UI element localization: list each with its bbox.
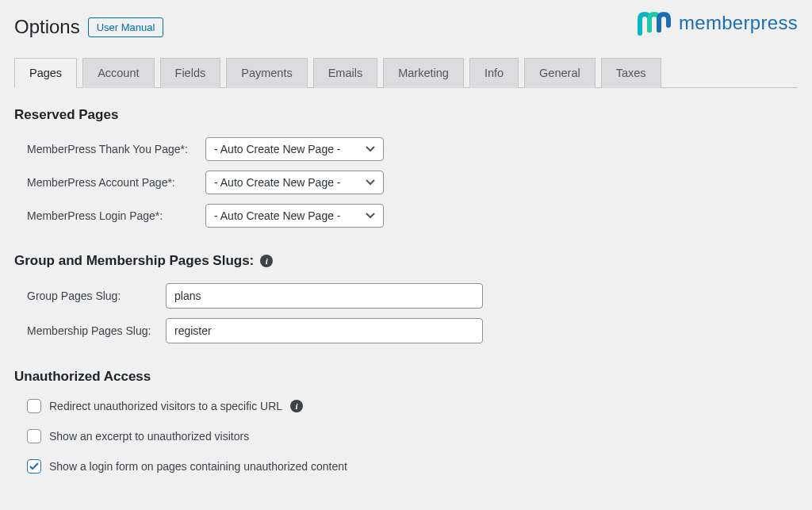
membership-slug-label: Membership Pages Slug: <box>27 324 166 337</box>
thank-you-page-label: MemberPress Thank You Page*: <box>27 143 205 155</box>
tab-taxes[interactable]: Taxes <box>601 58 661 88</box>
tab-payments[interactable]: Payments <box>226 58 307 88</box>
redirect-unauthorized-checkbox[interactable] <box>27 399 41 413</box>
reserved-pages-heading: Reserved Pages <box>14 107 798 123</box>
account-page-select[interactable]: - Auto Create New Page - <box>205 171 384 194</box>
tab-pages[interactable]: Pages <box>14 58 77 88</box>
tab-info[interactable]: Info <box>469 58 519 88</box>
group-slug-row: Group Pages Slug: <box>14 283 798 309</box>
slugs-heading: Group and Membership Pages Slugs: i <box>14 253 798 269</box>
unauthorized-heading: Unauthorized Access <box>14 369 798 385</box>
header: Options User Manual memberpress <box>14 10 798 38</box>
slugs-heading-text: Group and Membership Pages Slugs: <box>14 253 254 269</box>
brand-logo: memberpress <box>638 10 798 36</box>
memberpress-icon <box>638 10 672 36</box>
group-slug-input[interactable] <box>166 283 483 309</box>
show-login-form-label: Show a login form on pages containing un… <box>49 460 347 473</box>
login-page-row: MemberPress Login Page*: - Auto Create N… <box>14 204 798 228</box>
thank-you-page-select[interactable]: - Auto Create New Page - <box>205 137 384 161</box>
show-login-form-checkbox[interactable] <box>27 459 41 474</box>
show-excerpt-row: Show an excerpt to unauthorized visitors <box>14 429 798 443</box>
group-slug-label: Group Pages Slug: <box>27 290 166 302</box>
show-excerpt-checkbox[interactable] <box>27 429 41 443</box>
login-page-label: MemberPress Login Page*: <box>27 209 205 222</box>
tab-emails[interactable]: Emails <box>313 58 378 88</box>
info-icon[interactable]: i <box>290 400 303 412</box>
brand-name: memberpress <box>679 12 798 34</box>
redirect-unauthorized-row: Redirect unauthorized visitors to a spec… <box>14 399 798 413</box>
show-excerpt-label: Show an excerpt to unauthorized visitors <box>49 430 249 443</box>
tab-account[interactable]: Account <box>82 58 154 88</box>
redirect-unauthorized-label: Redirect unauthorized visitors to a spec… <box>49 400 282 412</box>
tab-marketing[interactable]: Marketing <box>383 58 464 88</box>
tabs: Pages Account Fields Payments Emails Mar… <box>14 57 798 88</box>
account-page-label: MemberPress Account Page*: <box>27 176 205 189</box>
tab-general[interactable]: General <box>524 58 596 88</box>
membership-slug-row: Membership Pages Slug: <box>14 318 798 343</box>
show-login-form-row: Show a login form on pages containing un… <box>14 459 798 474</box>
info-icon[interactable]: i <box>260 255 273 267</box>
title-wrap: Options User Manual <box>14 10 163 38</box>
user-manual-button[interactable]: User Manual <box>88 17 164 37</box>
membership-slug-input[interactable] <box>166 318 483 343</box>
login-page-select[interactable]: - Auto Create New Page - <box>205 204 384 228</box>
page-title: Options <box>14 16 80 38</box>
tab-fields[interactable]: Fields <box>160 58 221 88</box>
account-page-row: MemberPress Account Page*: - Auto Create… <box>14 171 798 194</box>
thank-you-page-row: MemberPress Thank You Page*: - Auto Crea… <box>14 137 798 161</box>
